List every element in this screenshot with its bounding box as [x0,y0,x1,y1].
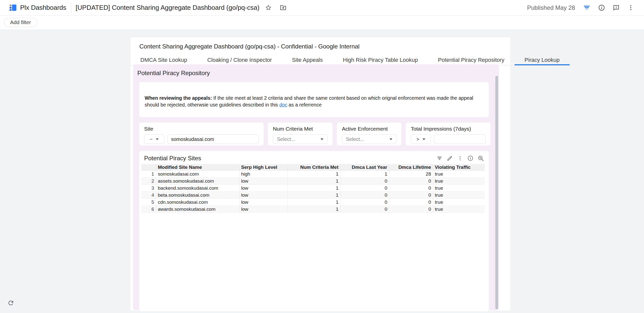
star-icon[interactable] [265,4,272,11]
tab-dmca-site-lookup[interactable]: DMCA Site Lookup [130,55,197,65]
cell-violating: true [433,171,485,178]
potential-piracy-sites-table: Modified Site Name Serp High Level Num C… [141,164,485,213]
cell-dmca-last-year: 0 [340,199,389,206]
site-operator-dropdown[interactable]: ~ [144,134,164,144]
cell-serp: low [239,185,288,192]
cell-violating: true [433,206,485,213]
cell-criteria: 1 [288,199,340,206]
table-toolbar [436,155,484,162]
explore-data-icon[interactable] [477,155,484,162]
site-filter-label: Site [144,126,259,132]
site-filter-card: Site ~ [139,123,264,145]
feedback-icon[interactable] [613,4,620,11]
plx-dashboards-logo-icon[interactable] [10,4,16,11]
tab-piracy-lookup[interactable]: Piracy Lookup [514,55,570,65]
row-number: 3 [141,185,156,192]
dashboard-card: Content Sharing Aggregate Dashboard (go/… [130,37,511,311]
cell-criteria: 1 [288,206,340,213]
section-title: Potential Piracy Repository [133,64,499,77]
header-divider [71,2,71,13]
cell-serp: low [239,206,288,213]
cell-dmca-last-year: 0 [340,178,389,185]
site-filter-input[interactable] [167,134,259,144]
cell-serp: low [239,199,288,206]
instructions-tail: as a referrence [287,102,322,108]
table-row: 1 somoskudasai.com high 1 1 28 true [141,171,485,178]
cell-criteria: 1 [288,171,340,178]
cell-criteria: 1 [288,185,340,192]
instructions-card: When reviewing the appeals: If the site … [139,82,489,117]
cell-serp: low [239,178,288,185]
refresh-icon[interactable] [7,299,15,307]
col-violating-traffic: Violating Traffic [433,164,485,171]
info-icon[interactable] [598,4,605,11]
num-criteria-met-select[interactable]: Select... [273,134,328,144]
cell-violating: true [433,199,485,206]
chevron-down-icon [389,138,392,140]
num-criteria-met-filter-card: Num Criteria Met Select... [268,123,333,145]
col-dmca-last-year: Dmca Last Year [340,164,389,171]
table-row: 5 cdn.somoskudasai.com low 1 0 0 true [141,199,485,206]
cell-site: somoskudasai.com [156,171,239,178]
cell-dmca-last-year: 1 [340,171,389,178]
row-number: 2 [141,178,156,185]
active-enforcement-select[interactable]: Select... [342,134,396,144]
cell-site: backend.somoskudasai.com [156,185,239,192]
filter-list-icon[interactable] [583,4,591,12]
app-name: Plx Dashboards [20,4,66,12]
row-number: 6 [141,206,156,213]
instructions-bold: When reviewing the appeals: [145,95,212,101]
active-enforcement-label: Active Enforcement [342,126,396,132]
total-impressions-input[interactable] [434,134,486,144]
cell-site: cdn.somoskudasai.com [156,199,239,206]
edit-icon[interactable] [447,155,453,162]
cell-violating: true [433,192,485,199]
add-filter-button[interactable]: Add filter [4,18,37,27]
potential-piracy-repository-panel: Potential Piracy Repository When reviewi… [133,64,499,310]
doc-link[interactable]: doc [279,102,287,108]
cell-violating: true [433,178,485,185]
cell-dmca-lifetime: 0 [389,178,433,185]
col-row-number [141,164,156,171]
table-more-vert-icon[interactable] [457,155,463,162]
cell-dmca-last-year: 0 [340,192,389,199]
cell-violating: true [433,185,485,192]
potential-piracy-sites-card: Potential Piracy Sites [139,151,489,311]
cell-dmca-last-year: 0 [340,206,389,213]
global-filter-bar: Add filter [0,16,644,29]
row-number: 1 [141,171,156,178]
row-number: 5 [141,199,156,206]
tab-site-appeals[interactable]: Site Appeals [282,55,333,65]
table-info-icon[interactable] [467,155,474,162]
cell-site: assets.somoskudasai.com [156,178,239,185]
tab-potential-piracy-repository[interactable]: Potential Piracy Repository [428,55,514,65]
move-to-folder-icon[interactable] [279,4,287,11]
dashboard-title: Content Sharing Aggregate Dashboard (go/… [139,43,510,50]
cell-serp: high [239,171,288,178]
num-criteria-met-label: Num Criteria Met [273,126,328,132]
site-operator-value: ~ [150,136,153,142]
total-impressions-filter-card: Total Impressions (7days) > [406,123,491,145]
table-header-row: Modified Site Name Serp High Level Num C… [141,164,485,171]
total-impressions-operator-value: > [416,136,419,142]
instructions-text: When reviewing the appeals: If the site … [145,95,483,108]
cell-dmca-lifetime: 0 [389,192,433,199]
table-row: 3 backend.somoskudasai.com low 1 0 0 tru… [141,185,485,192]
page-background: Content Sharing Aggregate Dashboard (go/… [0,29,644,313]
chevron-down-icon [320,138,324,140]
dashboard-doc-title: [UPDATED] Content Sharing Aggregate Dash… [76,4,260,12]
total-impressions-label: Total Impressions (7days) [411,126,486,132]
table-filter-icon[interactable] [436,155,443,162]
tab-cloaking-clone-inspector[interactable]: Cloaking / Clone inspector [197,55,282,65]
cell-dmca-lifetime: 0 [389,206,433,213]
total-impressions-operator-dropdown[interactable]: > [411,134,431,144]
scrollbar-thumb[interactable] [495,76,498,309]
cell-site: beta.somoskudasai.com [156,192,239,199]
tab-high-risk-piracy-table-lookup[interactable]: High Risk Piracy Table Lookup [333,55,428,65]
cell-criteria: 1 [288,192,340,199]
more-vert-icon[interactable] [627,4,634,11]
dashboard-tabs: DMCA Site Lookup Cloaking / Clone inspec… [130,55,510,65]
chevron-down-icon [422,138,425,140]
col-modified-site-name: Modified Site Name [156,164,239,171]
active-enforcement-filter-card: Active Enforcement Select... [337,123,401,145]
